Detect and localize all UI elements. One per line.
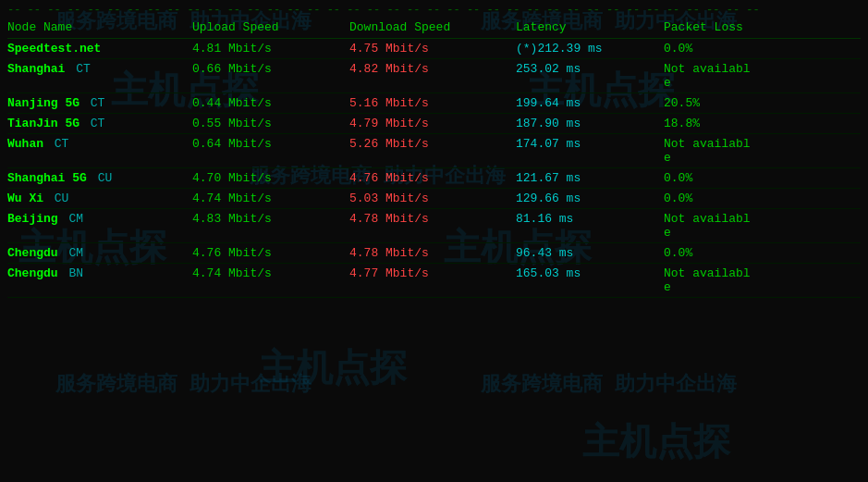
cell-node: Wuhan CT xyxy=(7,137,192,151)
node-name: Shanghai 5G xyxy=(7,171,87,185)
cell-packet-loss: 18.8% xyxy=(664,117,812,130)
cell-node: Wu Xi CU xyxy=(7,192,192,205)
node-name: Wuhan xyxy=(7,137,43,151)
main-container: -- -- -- -- -- -- -- -- -- -- -- -- -- -… xyxy=(0,0,868,302)
watermark-10: 服务跨境电商 助力中企出海 xyxy=(481,370,737,398)
header-packet: Packet Loss xyxy=(664,20,812,34)
cell-download: 4.82 Mbit/s xyxy=(349,62,516,76)
table-row: Chengdu CM4.76 Mbit/s4.78 Mbit/s96.43 ms… xyxy=(7,243,861,264)
cell-download: 5.16 Mbit/s xyxy=(349,96,516,110)
isp-tag: CT xyxy=(47,137,68,151)
cell-packet-loss: 0.0% xyxy=(664,246,812,260)
isp-tag: CU xyxy=(47,192,68,205)
table-row: Chengdu BN4.74 Mbit/s4.77 Mbit/s165.03 m… xyxy=(7,264,861,298)
cell-node: TianJin 5G CT xyxy=(7,117,192,130)
cell-upload: 4.74 Mbit/s xyxy=(192,266,349,280)
cell-packet-loss: 0.0% xyxy=(664,42,812,56)
node-name: Chengdu xyxy=(7,266,58,280)
isp-tag: CM xyxy=(62,246,83,260)
cell-latency: 81.16 ms xyxy=(516,212,664,226)
cell-packet-loss: 0.0% xyxy=(664,171,812,185)
cell-download: 4.78 Mbit/s xyxy=(349,212,516,226)
cell-latency: 129.66 ms xyxy=(516,192,664,205)
cell-packet-loss: Not available xyxy=(664,62,812,90)
isp-tag: BN xyxy=(62,266,83,280)
table-row: Shanghai 5G CU4.70 Mbit/s4.76 Mbit/s121.… xyxy=(7,168,861,189)
cell-upload: 4.83 Mbit/s xyxy=(192,212,349,226)
cell-download: 4.79 Mbit/s xyxy=(349,117,516,130)
table-row: Shanghai CT0.66 Mbit/s4.82 Mbit/s253.02 … xyxy=(7,59,861,93)
cell-latency: 96.43 ms xyxy=(516,246,664,260)
node-name: Wu Xi xyxy=(7,192,43,205)
cell-node: Speedtest.net xyxy=(7,42,192,56)
isp-tag: CT xyxy=(83,117,104,130)
top-separator: -- -- -- -- -- -- -- -- -- -- -- -- -- -… xyxy=(7,4,861,17)
cell-latency: 174.07 ms xyxy=(516,137,664,151)
isp-tag: CM xyxy=(62,212,83,226)
cell-latency: 121.67 ms xyxy=(516,171,664,185)
table-row: TianJin 5G CT0.55 Mbit/s4.79 Mbit/s187.9… xyxy=(7,114,861,134)
cell-latency: 199.64 ms xyxy=(516,96,664,110)
cell-download: 4.78 Mbit/s xyxy=(349,246,516,260)
header-upload: Upload Speed xyxy=(192,20,349,34)
cell-download: 4.75 Mbit/s xyxy=(349,42,516,56)
table-row: Speedtest.net4.81 Mbit/s4.75 Mbit/s(*)21… xyxy=(7,39,861,59)
table-row: Nanjing 5G CT0.44 Mbit/s5.16 Mbit/s199.6… xyxy=(7,93,861,114)
cell-packet-loss: 0.0% xyxy=(664,192,812,205)
cell-upload: 4.81 Mbit/s xyxy=(192,42,349,56)
cell-download: 4.77 Mbit/s xyxy=(349,266,516,280)
cell-node: Beijing CM xyxy=(7,212,192,226)
cell-latency: 165.03 ms xyxy=(516,266,664,280)
isp-tag: CT xyxy=(68,62,90,76)
cell-upload: 4.74 Mbit/s xyxy=(192,192,349,205)
cell-node: Shanghai 5G CU xyxy=(7,171,192,185)
cell-packet-loss: 20.5% xyxy=(664,96,812,110)
cell-node: Chengdu BN xyxy=(7,266,192,280)
table-row: Wu Xi CU4.74 Mbit/s5.03 Mbit/s129.66 ms0… xyxy=(7,189,861,209)
cell-upload: 0.55 Mbit/s xyxy=(192,117,349,130)
isp-tag: CU xyxy=(91,171,112,185)
isp-tag: CT xyxy=(83,96,104,110)
node-name: Speedtest.net xyxy=(7,42,101,56)
watermark-11: 主机点探 xyxy=(582,416,730,467)
table-header: Node Name Upload Speed Download Speed La… xyxy=(7,17,861,39)
cell-packet-loss: Not available xyxy=(664,266,812,294)
cell-node: Nanjing 5G CT xyxy=(7,96,192,110)
node-name: Chengdu xyxy=(7,246,58,260)
cell-latency: 253.02 ms xyxy=(516,62,664,76)
cell-upload: 4.76 Mbit/s xyxy=(192,246,349,260)
cell-download: 5.26 Mbit/s xyxy=(349,137,516,151)
header-download: Download Speed xyxy=(349,20,516,34)
cell-upload: 0.64 Mbit/s xyxy=(192,137,349,151)
table-body: Speedtest.net4.81 Mbit/s4.75 Mbit/s(*)21… xyxy=(7,39,861,298)
table-row: Beijing CM4.83 Mbit/s4.78 Mbit/s81.16 ms… xyxy=(7,209,861,243)
node-name: TianJin 5G xyxy=(7,117,79,130)
cell-upload: 0.44 Mbit/s xyxy=(192,96,349,110)
cell-packet-loss: Not available xyxy=(664,137,812,165)
node-name: Nanjing 5G xyxy=(7,96,79,110)
header-node: Node Name xyxy=(7,20,192,34)
cell-download: 4.76 Mbit/s xyxy=(349,171,516,185)
cell-packet-loss: Not available xyxy=(664,212,812,240)
cell-latency: (*)212.39 ms xyxy=(516,42,664,56)
watermark-9: 服务跨境电商 助力中企出海 xyxy=(55,370,312,398)
cell-download: 5.03 Mbit/s xyxy=(349,192,516,205)
header-latency: Latency xyxy=(516,20,664,34)
watermark-8: 主机点探 xyxy=(259,342,407,393)
cell-node: Shanghai CT xyxy=(7,62,192,76)
node-name: Shanghai xyxy=(7,62,65,76)
cell-latency: 187.90 ms xyxy=(516,117,664,130)
table-row: Wuhan CT0.64 Mbit/s5.26 Mbit/s174.07 msN… xyxy=(7,134,861,168)
cell-node: Chengdu CM xyxy=(7,246,192,260)
cell-upload: 4.70 Mbit/s xyxy=(192,171,349,185)
cell-upload: 0.66 Mbit/s xyxy=(192,62,349,76)
node-name: Beijing xyxy=(7,212,58,226)
